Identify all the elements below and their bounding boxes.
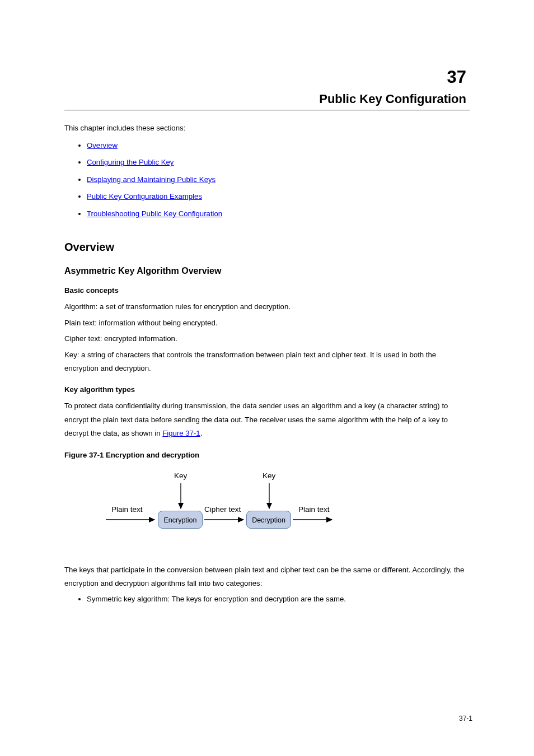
toc-link-displaying[interactable]: Displaying and Maintaining Public Keys bbox=[87, 175, 216, 184]
diagram-decryption-box: Decryption bbox=[246, 511, 291, 529]
figure-link[interactable]: Figure 37-1 bbox=[162, 429, 200, 437]
section-overview: Overview bbox=[64, 241, 470, 254]
toc-intro: This chapter includes these sections: bbox=[64, 124, 470, 132]
toc-list: Overview Configuring the Public Key Disp… bbox=[64, 140, 470, 220]
encryption-diagram: Key Key Plain text Encryption Cipher tex… bbox=[98, 468, 339, 552]
heading-key-alg-types: Key algorithm types bbox=[64, 385, 470, 394]
bullet-basic: Plain text: information without being en… bbox=[64, 316, 470, 330]
diagram-plain-label: Plain text bbox=[298, 505, 330, 514]
toc-item: Configuring the Public Key bbox=[87, 157, 470, 168]
heading-basic-concepts: Basic concepts bbox=[64, 286, 470, 295]
toc-item: Overview bbox=[87, 140, 470, 151]
toc-link-examples[interactable]: Public Key Configuration Examples bbox=[87, 192, 202, 200]
chapter-title: Public Key Configuration bbox=[64, 92, 470, 106]
chapter-number: 37 bbox=[64, 67, 470, 87]
figure-caption: Figure 37-1 Encryption and decryption bbox=[64, 451, 470, 459]
toc-link-overview[interactable]: Overview bbox=[87, 141, 118, 150]
diagram-key-label: Key bbox=[263, 472, 275, 480]
bullet-basic: Algorithm: a set of transformation rules… bbox=[64, 300, 470, 314]
toc-link-troubleshooting[interactable]: Troubleshooting Public Key Configuration bbox=[87, 209, 222, 218]
toc-item: Troubleshooting Public Key Configuration bbox=[87, 208, 470, 220]
subsection-asym-overview: Asymmetric Key Algorithm Overview bbox=[64, 266, 470, 276]
paragraph-key-alg: To protect data confidentiality during t… bbox=[64, 399, 470, 440]
page-number: 37-1 bbox=[459, 715, 472, 722]
page: 37 Public Key Configuration This chapter… bbox=[0, 0, 534, 642]
diagram-plain-label: Plain text bbox=[111, 505, 143, 514]
toc-item: Public Key Configuration Examples bbox=[87, 191, 470, 202]
bullet-basic: Cipher text: encrypted information. bbox=[64, 332, 470, 346]
paragraph-keys-diff: The keys that participate in the convers… bbox=[64, 563, 470, 591]
diagram-encryption-box: Encryption bbox=[158, 511, 203, 529]
toc-item: Displaying and Maintaining Public Keys bbox=[87, 174, 470, 185]
title-rule bbox=[64, 110, 470, 110]
toc-link-configuring[interactable]: Configuring the Public Key bbox=[87, 158, 174, 166]
paragraph-text: To protect data confidentiality during t… bbox=[64, 402, 448, 437]
bullet-basic: Key: a string of characters that control… bbox=[64, 348, 470, 376]
diagram-key-label: Key bbox=[174, 472, 187, 480]
key-type-list: Symmetric key algorithm: The keys for en… bbox=[64, 592, 470, 606]
diagram-cipher-label: Cipher text bbox=[204, 505, 241, 514]
key-type-item: Symmetric key algorithm: The keys for en… bbox=[87, 592, 470, 606]
paragraph-text-end: . bbox=[200, 429, 203, 437]
